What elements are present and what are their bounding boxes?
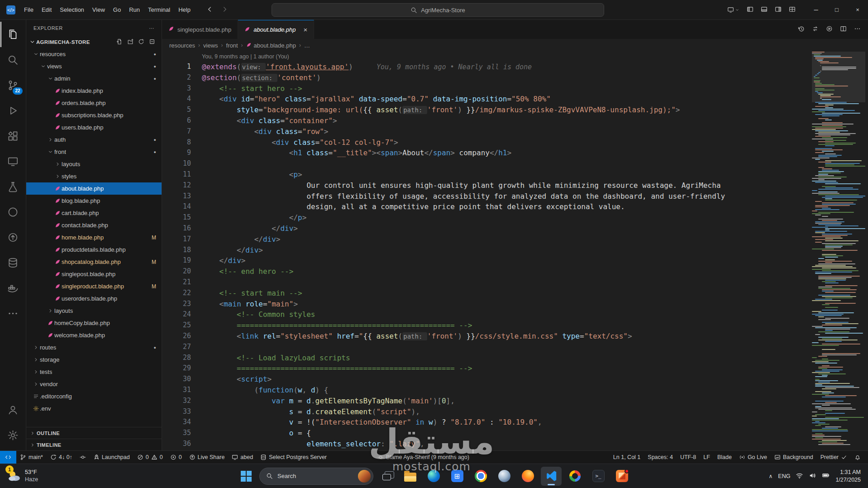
code-line-35[interactable]: 35o = { [162, 428, 868, 439]
breadcrumb-item[interactable]: views [203, 42, 218, 49]
tab-singlepost.blade.php[interactable]: singlepost.blade.php [162, 20, 238, 39]
code-line-24[interactable]: 24<!-- Common styles [162, 309, 868, 320]
tree-item-home.blade.php[interactable]: home.blade.phpM [26, 231, 162, 244]
tree-item-front[interactable]: front● [26, 146, 162, 158]
taskbar-app-terminal[interactable]: >_ [588, 467, 609, 486]
tab-about.blade.php[interactable]: about.blade.php× [238, 20, 314, 39]
minimize-button[interactable]: ─ [806, 0, 826, 19]
tree-item-about.blade.php[interactable]: about.blade.php [26, 182, 162, 195]
code-line-28[interactable]: 28<!-- Load lazyLoad scripts [162, 353, 868, 364]
menu-go[interactable]: Go [109, 4, 125, 15]
status-prettier[interactable]: Prettier [817, 451, 851, 464]
breadcrumb-item[interactable]: about.blade.php [246, 42, 296, 49]
breadcrumb-item[interactable]: … [304, 42, 310, 49]
codelens-blame-header[interactable]: You, 9 months ago | 1 author (You) [162, 52, 868, 62]
code-line-5[interactable]: 5style="background-image: url({{ asset(p… [162, 105, 868, 115]
more-actions-icon[interactable] [854, 25, 861, 33]
status-remote-indicator[interactable] [0, 451, 16, 464]
command-center-search[interactable]: AgriMecha-Store [272, 3, 604, 17]
layout-customize-icon[interactable] [789, 6, 796, 14]
code-line-2[interactable]: 2@section(section: 'content') [162, 72, 868, 83]
tree-item-users.blade.php[interactable]: users.blade.php [26, 121, 162, 134]
activitybar-source-control[interactable]: 22 [0, 72, 26, 98]
tree-item-resources[interactable]: resources● [26, 48, 162, 60]
code-line-21[interactable]: 21 [162, 277, 868, 288]
activitybar-settings[interactable] [0, 422, 26, 448]
tree-item-cart.blade.php[interactable]: cart.blade.php [26, 207, 162, 219]
menu-selection[interactable]: Selection [56, 4, 88, 15]
back-icon[interactable] [206, 6, 213, 14]
close-button[interactable]: × [847, 0, 868, 19]
tree-item-homeCopy.blade.php[interactable]: homeCopy.blade.php [26, 317, 162, 329]
activitybar-remote-explorer[interactable] [0, 148, 26, 174]
tree-item-userorders.blade.php[interactable]: userorders.blade.php [26, 292, 162, 305]
timeline-history-icon[interactable] [798, 25, 805, 33]
activitybar-explorer[interactable] [0, 22, 26, 47]
taskbar-app-edge-browser[interactable] [423, 467, 444, 486]
layout-sidebar-left-icon[interactable] [747, 6, 754, 14]
project-root-row[interactable]: AGRIMECHA-STORE [26, 36, 162, 48]
code-line-25[interactable]: 25======================================… [162, 320, 868, 331]
maximize-button[interactable]: □ [826, 0, 847, 19]
menu-run[interactable]: Run [125, 4, 144, 15]
code-line-16[interactable]: 16</div> [162, 223, 868, 234]
activitybar-notebooks[interactable] [0, 199, 26, 225]
tree-item-welcome.blade.php[interactable]: welcome.blade.php [26, 329, 162, 341]
input-language[interactable]: ENG [778, 473, 790, 479]
code-line-14[interactable]: 14design, all at a competitive price poi… [162, 201, 868, 212]
taskbar-search[interactable]: Search [259, 468, 373, 485]
status-indentation[interactable]: Spaces: 4 [644, 451, 677, 464]
search-highlight-thumbnail[interactable] [358, 470, 371, 483]
close-tab-icon[interactable]: × [304, 26, 308, 33]
menu-view[interactable]: View [88, 4, 109, 15]
status-gitlens-blame[interactable]: Blame Aya-Sherif (9 months ago) [374, 451, 473, 464]
status-live-share[interactable]: Live Share [186, 451, 229, 464]
code-line-15[interactable]: 15</p> [162, 212, 868, 223]
activitybar-run-debug[interactable] [0, 98, 26, 123]
code-line-31[interactable]: 31(function(w, d) { [162, 385, 868, 396]
activitybar-account[interactable] [0, 397, 26, 422]
code-line-36[interactable]: 36elements_selector: ".lazy", [162, 439, 868, 450]
compare-changes-icon[interactable] [812, 25, 819, 33]
activitybar-docker[interactable] [0, 275, 26, 301]
tree-item-styles[interactable]: styles [26, 170, 162, 182]
code-line-11[interactable]: 11<p> [162, 169, 868, 180]
minimap[interactable] [812, 52, 865, 450]
activitybar-extensions[interactable] [0, 123, 26, 148]
split-editor-icon[interactable] [840, 25, 847, 33]
status-git-sync[interactable]: 4↓ 0↑ [47, 451, 76, 464]
new-file-icon[interactable] [116, 38, 123, 46]
code-line-19[interactable]: 19</div> [162, 255, 868, 266]
taskbar-app-file-explorer[interactable] [400, 467, 420, 486]
forward-icon[interactable] [221, 6, 228, 14]
tree-item-admin[interactable]: admin● [26, 72, 162, 85]
tree-item-.env[interactable]: .env [26, 402, 162, 415]
code-line-17[interactable]: 17</div> [162, 234, 868, 245]
tree-item-views[interactable]: views● [26, 60, 162, 72]
taskbar-app-microsoft-store[interactable]: ⊞ [447, 467, 467, 486]
code-line-22[interactable]: 22<!-- start main --> [162, 288, 868, 299]
tree-item-layouts[interactable]: layouts [26, 305, 162, 317]
clock[interactable]: 1:31 AM 1/27/2025 [835, 469, 861, 483]
tree-item-contact.blade.php[interactable]: contact.blade.php [26, 219, 162, 231]
tree-item-blog.blade.php[interactable]: blog.blade.php [26, 195, 162, 207]
start-button[interactable] [236, 467, 257, 486]
status-git-branch[interactable]: main* [16, 451, 47, 464]
code-line-1[interactable]: 1@extends(view: 'front.layouts.app')You,… [162, 62, 868, 72]
code-line-18[interactable]: 18</div> [162, 245, 868, 256]
tree-item-storage[interactable]: storage [26, 354, 162, 366]
tree-item-orders.blade.php[interactable]: orders.blade.php [26, 97, 162, 109]
code-line-7[interactable]: 7<div class="row"> [162, 126, 868, 137]
taskbar-app-chrome[interactable] [470, 467, 491, 486]
code-line-13[interactable]: 13offers flexibility of usage, accessibi… [162, 191, 868, 202]
tree-item-layouts[interactable]: layouts [26, 158, 162, 170]
remote-window-icon[interactable] [727, 6, 739, 13]
section-timeline[interactable]: TIMELINE [26, 439, 162, 450]
status-gitlens-graph[interactable] [76, 451, 90, 464]
code-line-4[interactable]: 4<div id="hero" class="jarallax" data-sp… [162, 94, 868, 105]
code-line-9[interactable]: 9<h1 class="__title"><span>About</span> … [162, 148, 868, 158]
code-line-29[interactable]: 29======================================… [162, 363, 868, 374]
code-line-34[interactable]: 34v = !("IntersectionObserver" in w) ? "… [162, 417, 868, 428]
tray-overflow-chevron[interactable]: ∧ [769, 473, 773, 479]
wifi-icon[interactable] [796, 472, 803, 481]
